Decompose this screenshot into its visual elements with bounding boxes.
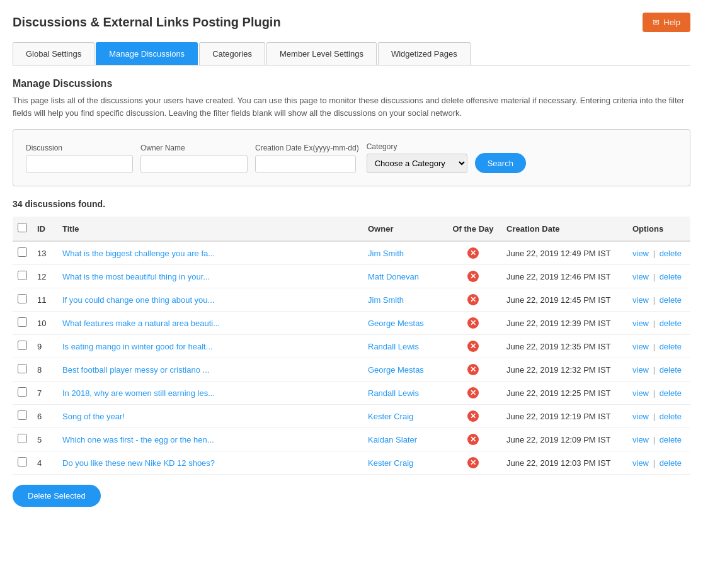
discussion-title-link-6[interactable]: Song of the year! [62,412,125,421]
row-checkbox-5[interactable] [18,434,27,443]
col-header-date: Creation Date [501,217,627,241]
tab-member-level-settings[interactable]: Member Level Settings [266,42,377,65]
table-row: 4 Do you like these new Nike KD 12 shoes… [13,451,690,475]
discussion-title-link-9[interactable]: Is eating mango in winter good for healt… [62,342,212,351]
creation-date-7: June 22, 2019 12:25 PM IST [501,382,627,405]
view-link-13[interactable]: view [632,249,649,258]
separator-4: | [651,458,658,468]
owner-link-5[interactable]: Kaidan Slater [368,435,417,444]
delete-link-4[interactable]: delete [660,458,682,468]
delete-link-9[interactable]: delete [660,342,682,351]
col-header-owner: Owner [363,217,445,241]
row-id-4: 4 [32,451,57,475]
row-checkbox-11[interactable] [18,294,27,303]
creation-date-5: June 22, 2019 12:09 PM IST [501,428,627,451]
row-checkbox-4[interactable] [18,457,27,466]
creation-date-4: June 22, 2019 12:03 PM IST [501,451,627,475]
separator-10: | [651,319,658,328]
separator-7: | [651,388,658,398]
page-title: Discussions & External Links Posting Plu… [13,15,281,30]
separator-11: | [651,295,658,305]
delete-link-6[interactable]: delete [660,412,682,421]
section-description: This page lists all of the discussions y… [13,94,690,119]
table-row: 11 If you could change one thing about y… [13,288,690,312]
owner-link-12[interactable]: Matt Donevan [368,272,419,281]
view-link-7[interactable]: view [632,388,649,398]
creation-date-input[interactable] [255,155,356,173]
select-all-checkbox[interactable] [18,223,27,232]
row-checkbox-9[interactable] [18,341,27,350]
view-link-9[interactable]: view [632,342,649,351]
tab-manage-discussions[interactable]: Manage Discussions [96,42,198,65]
owner-name-input[interactable] [140,155,248,173]
tab-bar: Global Settings Manage Discussions Categ… [13,42,690,65]
owner-link-6[interactable]: Kester Craig [368,412,413,421]
discussion-input[interactable] [26,155,133,173]
owner-link-13[interactable]: Jim Smith [368,249,404,258]
row-id-9: 9 [32,335,57,358]
row-checkbox-6[interactable] [18,410,27,420]
tab-categories[interactable]: Categories [199,42,265,65]
owner-link-11[interactable]: Jim Smith [368,295,404,305]
of-day-icon-13: ✕ [467,247,479,259]
row-id-5: 5 [32,428,57,451]
discussion-title-link-13[interactable]: What is the biggest challenge you are fa… [62,249,215,258]
help-button[interactable]: Help [643,13,690,32]
tab-global-settings[interactable]: Global Settings [13,42,94,65]
view-link-5[interactable]: view [632,435,649,444]
delete-selected-button[interactable]: Delete Selected [13,485,101,507]
search-button[interactable]: Search [475,153,526,173]
owner-link-4[interactable]: Kester Craig [368,458,413,468]
row-checkbox-13[interactable] [18,247,27,257]
table-row: 13 What is the biggest challenge you are… [13,241,690,265]
delete-link-10[interactable]: delete [660,319,682,328]
tab-widgetized-pages[interactable]: Widgetized Pages [378,42,471,65]
of-day-icon-4: ✕ [467,457,479,468]
delete-link-12[interactable]: delete [660,272,682,281]
row-id-10: 10 [32,312,57,335]
table-row: 5 Which one was first - the egg or the h… [13,428,690,451]
view-link-10[interactable]: view [632,319,649,328]
filter-panel: Discussion Owner Name Creation Date Ex(y… [13,129,690,186]
delete-link-8[interactable]: delete [660,365,682,375]
discussion-title-link-12[interactable]: What is the most beautiful thing in your… [62,272,210,281]
discussion-title-link-11[interactable]: If you could change one thing about you.… [62,295,214,305]
table-header-row: ID Title Owner Of the Day Creation Date … [13,217,690,241]
view-link-6[interactable]: view [632,412,649,421]
owner-link-7[interactable]: Randall Lewis [368,388,419,398]
row-id-11: 11 [32,288,57,312]
row-checkbox-10[interactable] [18,317,27,327]
discussion-title-link-8[interactable]: Best football player messy or cristiano … [62,365,209,375]
category-select[interactable]: Choose a Category General Sports Technol… [367,154,467,173]
separator-9: | [651,342,658,351]
view-link-8[interactable]: view [632,365,649,375]
discussion-title-link-5[interactable]: Which one was first - the egg or the hen… [62,435,214,444]
row-checkbox-8[interactable] [18,364,27,373]
view-link-12[interactable]: view [632,272,649,281]
discussion-title-link-4[interactable]: Do you like these new Nike KD 12 shoes? [62,458,215,468]
row-checkbox-7[interactable] [18,387,27,397]
of-day-icon-8: ✕ [467,364,479,375]
delete-link-13[interactable]: delete [660,249,682,258]
owner-link-8[interactable]: George Mestas [368,365,424,375]
view-link-4[interactable]: view [632,458,649,468]
delete-link-7[interactable]: delete [660,388,682,398]
view-link-11[interactable]: view [632,295,649,305]
delete-link-11[interactable]: delete [660,295,682,305]
discussion-filter-label: Discussion [26,144,133,152]
section-title: Manage Discussions [13,78,690,89]
row-checkbox-12[interactable] [18,271,27,280]
separator-5: | [651,435,658,444]
table-row: 10 What features make a natural area bea… [13,312,690,335]
discussion-title-link-7[interactable]: In 2018, why are women still earning les… [62,388,215,398]
table-row: 9 Is eating mango in winter good for hea… [13,335,690,358]
owner-link-9[interactable]: Randall Lewis [368,342,419,351]
separator-13: | [651,249,658,258]
creation-date-12: June 22, 2019 12:46 PM IST [501,265,627,288]
owner-link-10[interactable]: George Mestas [368,319,424,328]
of-day-icon-6: ✕ [467,410,479,422]
col-header-ofday: Of the Day [445,217,501,241]
col-header-title: Title [57,217,363,241]
discussion-title-link-10[interactable]: What features make a natural area beauti… [62,319,220,328]
delete-link-5[interactable]: delete [660,435,682,444]
